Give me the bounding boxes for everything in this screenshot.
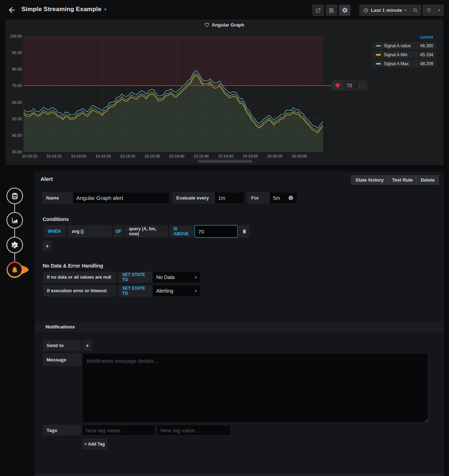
legend-series-name: Signal A value [384,43,420,48]
legend-item-signal-a-value[interactable]: Signal A value 46.350 [372,42,436,49]
legend-series-name: Signal A Max [384,61,420,66]
time-range-label: Last 1 minute [371,8,402,13]
textarea-resize-grip[interactable] [424,418,428,422]
threshold-handle[interactable]: 70 [332,81,368,90]
back-button[interactable] [6,5,17,15]
x-tick-label: 10:19:35 [144,154,160,158]
time-range-picker[interactable]: Last 1 minute ▾ [359,5,411,16]
legend-series-value: 45.334 [420,52,433,57]
tab-alert-active[interactable] [6,260,31,279]
message-label: Message [43,353,81,366]
condition-of[interactable]: OF [113,225,124,237]
clock-icon [363,8,368,13]
tab-connector-line [14,196,15,270]
conditions-heading: Conditions [43,216,69,222]
tab-visualization[interactable] [6,212,23,229]
x-tick-label: 10:19:55 [243,154,258,158]
alert-section-title: Alert [40,176,53,182]
share-icon [315,8,321,13]
x-tick-label: 10:19:25 [95,154,111,158]
x-tick-label: 10:19:45 [194,154,209,158]
notification-message-textarea[interactable] [82,353,428,423]
legend-series-value: 46.350 [420,43,433,48]
y-tick-label: 60.00 [7,100,22,105]
dashboard-title: Simple Streaming Example [22,6,101,13]
state-history-button[interactable]: State history [351,175,388,185]
trash-icon [242,229,247,234]
legend-current-header: current [372,35,436,40]
chevron-down-icon: ▾ [195,289,197,293]
tab-general-settings[interactable] [6,237,23,253]
refresh-button[interactable] [423,5,435,15]
bottom-scroll-strip[interactable] [35,473,444,476]
x-tick-label: 10:19:40 [169,154,185,158]
no-data-row2-label: If execution error or timeout [43,285,116,297]
condition-operator[interactable]: IS ABOVE [169,225,193,237]
condition-aggregation[interactable]: avg () [68,225,112,237]
legend-series-value: 48.209 [420,61,433,66]
y-tick-label: 100.00 [7,34,22,38]
y-tick-label: 30.00 [7,150,22,154]
y-tick-label: 70.00 [7,83,22,88]
chart-plot-area[interactable] [24,36,323,152]
series-color-dash [376,63,381,64]
x-tick-label: 10:20:05 [292,154,307,158]
back-arrow-icon [8,6,16,14]
tab-queries[interactable] [6,188,23,204]
selected-option: No Data [156,274,175,280]
evaluate-every-input[interactable] [215,192,245,204]
settings-button[interactable] [339,5,350,16]
tags-label: Tags [43,425,81,436]
series-color-dash [376,45,381,47]
threshold-value: 70 [343,83,358,88]
add-tag-button[interactable]: + Add Tag [82,438,107,449]
no-data-state-select[interactable]: No Data ▾ [152,271,201,283]
notifications-heading: Notifications [35,321,444,332]
save-icon [329,8,334,13]
legend-item-signal-a-max[interactable]: Signal A Max 48.209 [372,60,436,67]
graph-panel: Angular Graph 100.0090.0080.0070.0060.00… [6,20,443,165]
test-rule-button[interactable]: Test Rule [388,175,417,185]
alert-bell-icon [6,260,31,279]
for-label: For [247,192,269,204]
zoom-out-button[interactable] [410,5,421,16]
top-navbar: Simple Streaming Example ▾ Last 1 minute… [0,0,449,20]
share-button[interactable] [312,5,324,16]
delete-button[interactable]: Delete [416,175,439,185]
add-condition-button[interactable]: + [43,240,52,251]
refresh-interval-dropdown[interactable]: ▾ [435,5,443,15]
tag-value-input[interactable] [157,425,231,436]
dashboard-title-dropdown[interactable]: Simple Streaming Example ▾ [22,6,106,13]
save-button[interactable] [326,5,337,16]
legend: current Signal A value 46.350 Signal A M… [372,35,436,69]
add-notification-button[interactable]: + [83,340,92,351]
info-icon [288,195,293,201]
condition-when[interactable]: WHEN [44,225,66,237]
x-tick-label: 10:19:20 [71,154,86,158]
y-tick-label: 90.00 [7,51,22,55]
y-tick-label: 40.00 [7,133,22,138]
horizontal-scrollbar[interactable] [198,160,252,163]
alert-name-input[interactable] [73,192,169,204]
x-tick-label: 10:20:00 [267,154,282,158]
tag-name-input[interactable] [82,425,156,436]
y-tick-label: 80.00 [7,67,22,71]
legend-item-signal-a-min[interactable]: Signal A Min 45.334 [372,51,436,58]
condition-threshold-input[interactable] [195,225,238,237]
threshold-heart-box [332,81,343,90]
x-tick-label: 10:19:30 [120,154,135,158]
chevron-down-icon: ▾ [104,8,106,11]
gear-wrench-icon [11,241,19,249]
name-label: Name [42,192,73,204]
error-state-select[interactable]: Alerting ▾ [152,285,201,297]
chevron-down-icon: ▾ [438,8,440,12]
x-tick-label: 10:19:10 [22,154,37,158]
heart-icon [335,83,340,88]
zoom-out-icon [412,8,418,13]
delete-condition-button[interactable] [239,225,250,237]
condition-query[interactable]: query (A, 5m, now) [125,225,168,237]
panel-title-menu[interactable]: Angular Graph [6,22,443,28]
series-color-dash [376,54,381,56]
y-tick-label: 50.00 [7,117,22,121]
x-tick-label: 10:19:15 [46,154,62,158]
